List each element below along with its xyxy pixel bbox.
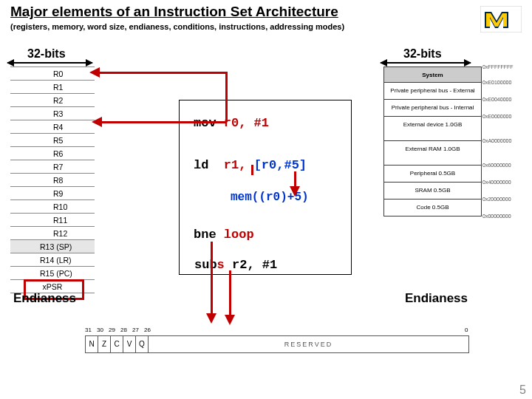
- michigan-logo: [480, 6, 522, 33]
- memregion: Peripheral 0.5GB: [384, 166, 481, 183]
- mem-addr: 0xE0000000: [482, 114, 511, 119]
- mem-addr: 0x20000000: [482, 197, 511, 202]
- psr-flag-N: N: [86, 336, 98, 352]
- register-R4: R4: [10, 120, 95, 134]
- register-R11: R11: [10, 214, 95, 227]
- psr-bar: 3130292827260 NZCVQRESERVED: [85, 327, 469, 353]
- register-file: R0R1R2R3R4R5R6R7R8R9R10R11R12R13 (SP)R14…: [10, 66, 95, 293]
- mem-addr: 0xFFFFFFFF: [482, 64, 514, 69]
- psr-bit: 26: [144, 327, 151, 333]
- psr-flag-V: V: [123, 336, 136, 352]
- register-R2: R2: [10, 94, 95, 107]
- mem-addr: 0x40000000: [482, 180, 511, 185]
- register-R13SP: R13 (SP): [10, 240, 95, 253]
- memregion: External device 1.0GB: [384, 117, 481, 141]
- psr-bit: 0: [465, 327, 468, 333]
- register-R10: R10: [10, 200, 95, 214]
- register-R9: R9: [10, 187, 95, 200]
- page-number: 5: [519, 383, 526, 397]
- endianess-label-right: Endianess: [405, 291, 468, 306]
- memregion: Private peripheral bus - External: [384, 83, 481, 100]
- register-R8: R8: [10, 174, 95, 187]
- mem-addr: 0x60000000: [482, 163, 511, 168]
- page-title: Major elements of an Instruction Set Arc…: [10, 4, 338, 20]
- bits-label-right: 32-bits: [403, 47, 442, 61]
- code-line-subs: subs r2, #1: [194, 258, 277, 272]
- psr-bit: 27: [132, 327, 139, 333]
- register-R0: R0: [10, 67, 95, 81]
- mem-addr: 0xE0100000: [482, 80, 511, 85]
- memregion: Private peripheral bus - Internal: [384, 100, 481, 117]
- memregion: System: [384, 67, 481, 83]
- mem-addr: 0xE0040000: [482, 97, 511, 102]
- register-R7: R7: [10, 160, 95, 174]
- psr-bit: 28: [120, 327, 127, 333]
- psr-flag-Z: Z: [98, 336, 111, 352]
- register-R15PC: R15 (PC): [10, 267, 95, 280]
- psr-flag-Q: Q: [136, 336, 149, 352]
- register-R12: R12: [10, 227, 95, 240]
- width-arrow-left: [7, 62, 92, 64]
- memregion: External RAM 1.0GB: [384, 141, 481, 166]
- register-R5: R5: [10, 134, 95, 147]
- register-R3: R3: [10, 107, 95, 120]
- register-R1: R1: [10, 81, 95, 94]
- register-R6: R6: [10, 147, 95, 160]
- psr-bit: 31: [85, 327, 92, 333]
- page-subtitle: (registers, memory, word size, endianess…: [10, 22, 344, 31]
- memory-map: SystemPrivate peripheral bus - ExternalP…: [383, 66, 482, 216]
- mem-addr: 0xA0000000: [482, 138, 511, 143]
- psr-reserved: RESERVED: [149, 336, 468, 352]
- memregion: SRAM 0.5GB: [384, 183, 481, 200]
- register-R14LR: R14 (LR): [10, 253, 95, 267]
- code-line-ld: ld r1, [r0,#5]: [194, 158, 307, 172]
- bits-label-left: 32-bits: [27, 47, 66, 61]
- endianess-label-left: Endianess: [13, 291, 76, 306]
- code-line-bne: bne loop: [194, 228, 254, 242]
- psr-flag-C: C: [111, 336, 123, 352]
- psr-bit: 29: [109, 327, 115, 333]
- width-arrow-right: [381, 62, 471, 64]
- psr-bit: 30: [97, 327, 103, 333]
- mem-addr: 0x00000000: [482, 214, 511, 219]
- memregion: Code 0.5GB: [384, 200, 481, 216]
